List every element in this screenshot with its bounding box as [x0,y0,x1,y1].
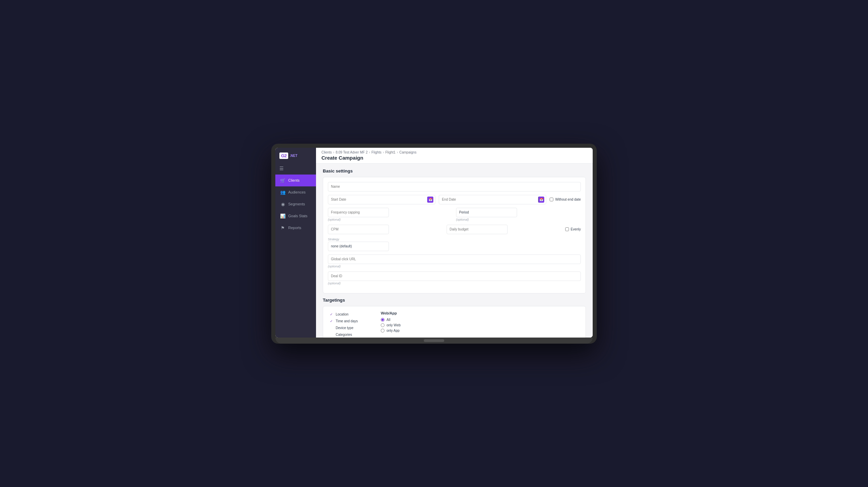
sidebar-item-label: Goals Stats [288,214,308,218]
cpm-input[interactable] [328,225,389,234]
radio-all-input[interactable] [381,318,384,322]
targeting-categories-label: Categories [336,333,352,337]
breadcrumb-advertiser[interactable]: 8.09 Test Adver MF 2 [336,150,368,154]
start-date-field: 📅 [328,195,435,204]
location-check-icon: ✓ [330,312,334,316]
web-app-section: Web/App All only Web [381,311,581,338]
end-date-field: 📅 [439,195,546,204]
sidebar-item-label: Audiences [288,190,305,194]
radio-only-app-input[interactable] [381,329,384,332]
sidebar-item-goals-stats[interactable]: 📊 Goals Stats [275,210,316,222]
sidebar-nav: 🛒 Clients 👥 Audiences ◉ Segments 📊 Goals… [275,175,316,234]
logo: G2 .NET [275,148,316,164]
targeting-time-days-label: Time and days [336,319,358,323]
time-days-check-icon: ✓ [330,319,334,323]
period-field: Period (optional) [456,208,581,221]
radio-all-label: All [387,318,390,322]
global-click-input[interactable] [328,255,581,264]
end-date-calendar-icon[interactable]: 📅 [538,197,544,203]
cpm-row: Evenly [328,225,581,234]
radio-only-app[interactable]: only App [381,329,581,332]
evenly-label: Evenly [571,227,581,231]
basic-settings-title: Basic settings [323,168,586,174]
without-end-date-row: Without end date [550,195,581,204]
web-app-radio-group: All only Web only App [381,318,581,332]
evenly-checkbox[interactable] [565,227,569,231]
web-app-title: Web/App [381,311,581,315]
targeting-categories[interactable]: Categories [328,331,375,338]
sidebar-item-label: Clients [288,178,300,182]
logo-text: G2 [279,153,288,159]
radio-only-web-input[interactable] [381,323,384,327]
global-click-field: (optional) [328,255,581,268]
frequency-field: (optional) [328,208,453,221]
targeting-device-type[interactable]: Device type [328,325,375,331]
date-row: 📅 📅 Without end date [328,195,581,204]
strategy-row: Strategy none (default) Custom [328,238,581,251]
sidebar-item-audiences[interactable]: 👥 Audiences [275,186,316,198]
name-row [328,182,581,191]
sidebar-item-label: Segments [288,202,305,206]
radio-all[interactable]: All [381,318,581,322]
deal-id-row: (optional) [328,271,581,285]
radio-only-web[interactable]: only Web [381,323,581,327]
cpm-field [328,225,443,234]
targeting-device-type-label: Device type [336,326,353,330]
without-end-date-label: Without end date [555,198,581,201]
content-area: Basic settings 📅 [316,164,593,338]
sidebar-item-reports[interactable]: ⚑ Reports [275,222,316,234]
breadcrumb-flight1[interactable]: Flight1 [385,150,395,154]
sidebar-item-label: Reports [288,226,301,230]
deal-id-field: (optional) [328,271,581,285]
period-optional: (optional) [456,218,581,221]
menu-icon[interactable]: ☰ [275,164,316,173]
breadcrumb-flights[interactable]: Flights [372,150,381,154]
name-field [328,182,581,191]
frequency-optional: (optional) [328,218,453,221]
basic-settings-card: 📅 📅 Without end date [323,177,586,293]
start-date-input[interactable] [328,195,435,204]
sidebar-item-clients[interactable]: 🛒 Clients [275,175,316,186]
radio-only-app-label: only App [387,329,399,332]
breadcrumb: Clients › 8.09 Test Adver MF 2 › Flights… [321,150,587,154]
audiences-icon: 👥 [280,190,285,195]
targeting-location-label: Location [336,312,349,316]
daily-budget-input[interactable] [447,225,508,234]
sidebar: G2 .NET ☰ 🛒 Clients 👥 Audiences ◉ Segmen… [275,148,316,338]
period-select[interactable]: Period [456,208,517,217]
sidebar-item-segments[interactable]: ◉ Segments [275,198,316,210]
deal-id-input[interactable] [328,271,581,281]
end-date-input[interactable] [439,195,546,204]
strategy-field: Strategy none (default) Custom [328,238,389,251]
topbar: Clients › 8.09 Test Adver MF 2 › Flights… [316,148,593,164]
targeting-location[interactable]: ✓ Location [328,311,375,318]
strategy-select[interactable]: none (default) Custom [328,242,389,251]
start-date-calendar-icon[interactable]: 📅 [427,197,433,203]
global-click-row: (optional) [328,255,581,268]
targeting-time-days[interactable]: ✓ Time and days [328,318,375,324]
main-content: Clients › 8.09 Test Adver MF 2 › Flights… [316,148,593,338]
daily-budget-field [447,225,562,234]
breadcrumb-campaigns[interactable]: Campaigns [399,150,417,154]
global-click-optional: (optional) [328,265,581,268]
logo-sub: .NET [290,154,297,158]
segments-icon: ◉ [280,202,285,207]
targeting-layout: ✓ Location ✓ Time and days Device type [328,311,581,338]
strategy-label: Strategy [328,238,389,241]
frequency-capping-input[interactable] [328,208,389,217]
frequency-row: (optional) Period (optional) [328,208,581,221]
clients-icon: 🛒 [280,178,285,183]
goals-stats-icon: 📊 [280,214,285,219]
deal-id-optional: (optional) [328,282,581,285]
name-input[interactable] [328,182,581,191]
page-title: Create Campaign [321,155,587,161]
without-end-date-checkbox[interactable] [550,198,553,201]
reports-icon: ⚑ [280,225,285,230]
end-date-wrapper: 📅 [439,195,546,204]
evenly-row: Evenly [565,225,581,234]
targetings-section: ✓ Location ✓ Time and days Device type [323,306,586,338]
start-date-wrapper: 📅 [328,195,435,204]
radio-only-web-label: only Web [387,323,401,327]
targeting-list: ✓ Location ✓ Time and days Device type [328,311,375,338]
breadcrumb-clients[interactable]: Clients [321,150,332,154]
